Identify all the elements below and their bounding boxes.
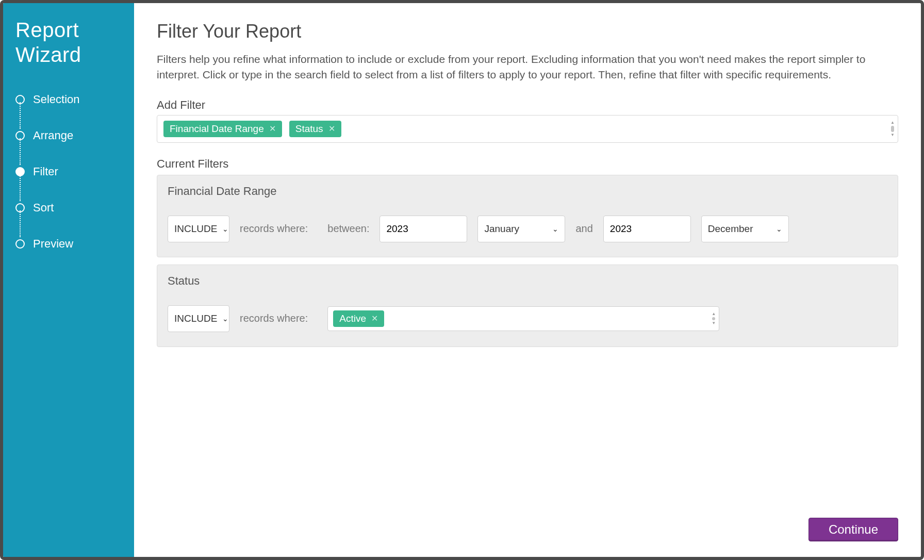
filter-card-status: Status INCLUDE ⌄ records where: Active ✕… [157,265,898,347]
step-dot-icon [15,131,25,140]
step-arrange[interactable]: Arrange [15,118,122,154]
combo-scrollbar[interactable]: ▲ ▼ [712,312,716,325]
add-filter-chips: Financial Date Range ✕ Status ✕ [163,121,892,137]
main-panel: Filter Your Report Filters help you refi… [134,3,921,557]
scroll-down-icon: ▼ [712,321,716,325]
select-value: INCLUDE [174,313,217,324]
footer: Continue [157,507,898,541]
from-year-input[interactable] [380,216,467,242]
step-label: Sort [33,201,54,215]
status-value-combo[interactable]: Active ✕ ▲ ▼ [327,306,719,331]
filter-chip-status[interactable]: Status ✕ [289,121,341,137]
records-where-label: records where: [240,223,308,235]
scroll-thumb [712,317,715,320]
to-year-field[interactable] [610,223,684,235]
scroll-down-icon: ▼ [890,133,895,137]
from-month-select[interactable]: January ⌄ [477,216,565,242]
remove-chip-icon[interactable]: ✕ [269,125,276,133]
step-label: Selection [33,93,80,106]
page-description: Filters help you refine what information… [157,52,889,83]
step-dot-icon [15,95,25,104]
step-label: Arrange [33,129,73,142]
step-label: Filter [33,165,58,178]
and-label: and [575,223,592,235]
filter-row: INCLUDE ⌄ records where: Active ✕ ▲ ▼ [168,305,887,332]
include-exclude-select[interactable]: INCLUDE ⌄ [168,305,229,332]
chip-label: Active [339,313,366,324]
chevron-down-icon: ⌄ [776,225,782,233]
step-dot-icon [15,239,25,249]
filter-card-financial-date-range: Financial Date Range INCLUDE ⌄ records w… [157,175,898,257]
chip-label: Financial Date Range [170,123,264,135]
to-month-select[interactable]: December ⌄ [701,216,789,242]
select-value: December [708,223,753,235]
step-selection[interactable]: Selection [15,81,122,118]
chevron-down-icon: ⌄ [222,315,228,323]
scroll-up-icon: ▲ [712,312,716,316]
step-dot-icon [15,167,25,176]
step-dot-icon [15,203,25,212]
scroll-up-icon: ▲ [890,121,895,125]
step-filter[interactable]: Filter [15,154,122,190]
chip-label: Status [295,123,323,135]
combo-scrollbar[interactable]: ▲ ▼ [890,121,895,137]
filter-card-title: Financial Date Range [168,185,887,198]
current-filters-label: Current Filters [157,157,898,171]
to-year-input[interactable] [603,216,691,242]
wizard-steps: Selection Arrange Filter Sort Preview [15,81,122,262]
chevron-down-icon: ⌄ [222,225,228,233]
continue-button[interactable]: Continue [808,518,898,541]
include-exclude-select[interactable]: INCLUDE ⌄ [168,216,229,242]
wizard-sidebar: Report Wizard Selection Arrange Filter S… [3,3,134,557]
step-connector [20,138,21,165]
step-label: Preview [33,237,73,251]
filter-card-title: Status [168,274,887,288]
select-value: January [484,223,519,235]
step-connector [20,102,21,129]
step-preview[interactable]: Preview [15,226,122,262]
add-filter-label: Add Filter [157,98,898,112]
page-title: Filter Your Report [157,21,898,42]
records-where-label: records where: [240,312,308,324]
app-frame: Report Wizard Selection Arrange Filter S… [0,0,924,560]
filter-chip-financial-date-range[interactable]: Financial Date Range ✕ [163,121,282,137]
step-connector [20,174,21,201]
from-year-field[interactable] [386,223,460,235]
filter-row: INCLUDE ⌄ records where: between: Januar… [168,216,887,242]
remove-chip-icon[interactable]: ✕ [371,315,378,323]
chevron-down-icon: ⌄ [552,225,558,233]
between-label: between: [327,223,369,235]
status-chip-active[interactable]: Active ✕ [333,310,384,327]
remove-chip-icon[interactable]: ✕ [328,125,335,133]
step-sort[interactable]: Sort [15,190,122,226]
add-filter-combo[interactable]: Financial Date Range ✕ Status ✕ ▲ ▼ [157,115,898,143]
scroll-thumb [891,126,894,132]
select-value: INCLUDE [174,223,217,235]
step-connector [20,210,21,237]
sidebar-title: Report Wizard [15,18,122,67]
